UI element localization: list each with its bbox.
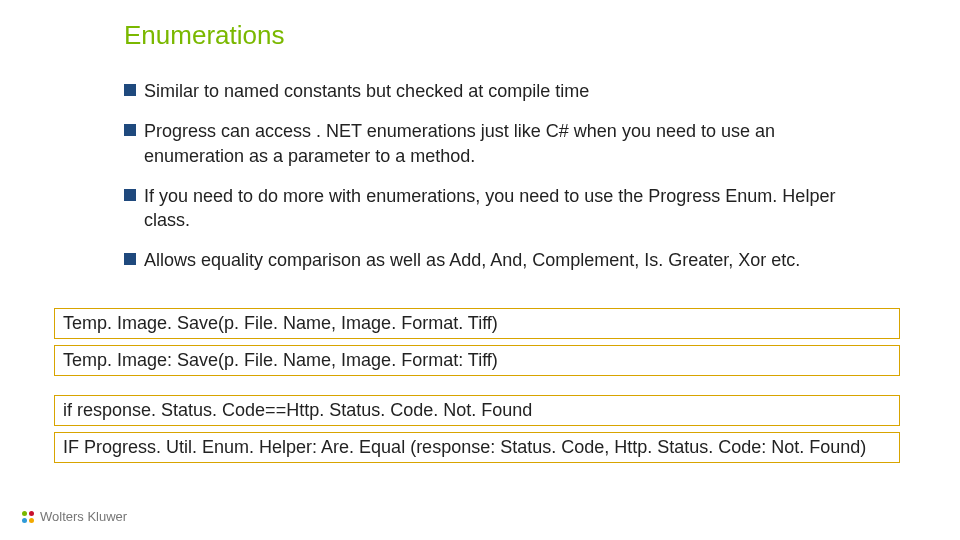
code-line: Temp. Image: Save(p. File. Name, Image. … bbox=[54, 345, 900, 376]
code-line: Temp. Image. Save(p. File. Name, Image. … bbox=[54, 308, 900, 339]
brand-logo-icon bbox=[22, 511, 34, 523]
slide: Enumerations Similar to named constants … bbox=[0, 0, 960, 540]
footer: Wolters Kluwer bbox=[22, 509, 127, 524]
bullet-item: If you need to do more with enumerations… bbox=[124, 184, 880, 233]
bullet-icon bbox=[124, 124, 136, 136]
bullet-item: Similar to named constants but checked a… bbox=[124, 79, 880, 103]
bullet-text: Similar to named constants but checked a… bbox=[144, 79, 589, 103]
bullet-item: Progress can access . NET enumerations j… bbox=[124, 119, 880, 168]
bullet-icon bbox=[124, 189, 136, 201]
bullet-list: Similar to named constants but checked a… bbox=[124, 79, 880, 273]
footer-brand: Wolters Kluwer bbox=[22, 509, 127, 524]
code-group-2: if response. Status. Code==Http. Status.… bbox=[54, 395, 900, 469]
bullet-text: If you need to do more with enumerations… bbox=[144, 184, 880, 233]
slide-title: Enumerations bbox=[124, 20, 900, 51]
code-line: IF Progress. Util. Enum. Helper: Are. Eq… bbox=[54, 432, 900, 463]
bullet-icon bbox=[124, 253, 136, 265]
bullet-text: Progress can access . NET enumerations j… bbox=[144, 119, 880, 168]
code-line: if response. Status. Code==Http. Status.… bbox=[54, 395, 900, 426]
code-group-1: Temp. Image. Save(p. File. Name, Image. … bbox=[54, 308, 900, 382]
brand-text: Wolters Kluwer bbox=[40, 509, 127, 524]
bullet-icon bbox=[124, 84, 136, 96]
bullet-item: Allows equality comparison as well as Ad… bbox=[124, 248, 880, 272]
bullet-text: Allows equality comparison as well as Ad… bbox=[144, 248, 800, 272]
